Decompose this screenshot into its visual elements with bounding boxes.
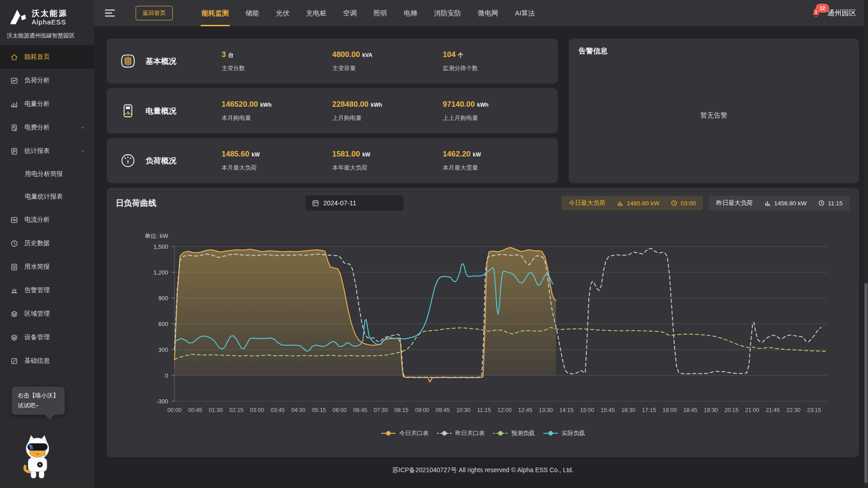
x-tick-label: 09:00 xyxy=(415,407,429,413)
metric: 1462.20 kW 本月最大需量 xyxy=(443,150,553,172)
tab-storage[interactable]: 储能 xyxy=(245,0,260,26)
sidebar-item-label: 基础信息 xyxy=(24,357,50,365)
sidebar-item-icon xyxy=(10,310,19,318)
metric-value: 146520.00 xyxy=(222,100,258,109)
metric-value: 97140.00 xyxy=(443,100,475,109)
sidebar-item-history-data[interactable]: 历史数据 xyxy=(0,232,94,255)
sidebar-item-device-management[interactable]: 设备管理 xyxy=(0,326,94,349)
x-tick-label: 12:45 xyxy=(518,407,532,413)
today-max-label: 今日最大负荷 xyxy=(569,199,605,207)
tab-microgrid[interactable]: 微电网 xyxy=(477,0,499,26)
x-tick-label: 17:15 xyxy=(642,407,656,413)
x-tick-label: 18:00 xyxy=(663,407,677,413)
basic-overview-card: 基本概况 3 台 主变台数 xyxy=(107,38,558,84)
metric-value: 3 xyxy=(222,50,226,59)
notification-bell-icon[interactable]: 12 xyxy=(810,7,822,19)
sidebar-nav: 能耗首页 负荷分析 电量分析 电费分析 统计报表 xyxy=(0,45,94,488)
sidebar-item-statistics-report[interactable]: 统计报表 xyxy=(0,139,94,163)
app-window: 沃太能源 AlphaESS 沃太能源通州低碳智慧园区 能耗首页 负荷分析 电量分… xyxy=(0,0,868,488)
overview-cards: 基本概况 3 台 主变台数 xyxy=(107,38,558,183)
sidebar-item-alarm-management[interactable]: 告警管理 xyxy=(0,279,94,302)
card-title: 基本概况 xyxy=(146,56,176,66)
sidebar-item-basic-info[interactable]: 基础信息 xyxy=(0,349,94,373)
tab-ai-algorithm[interactable]: AI算法 xyxy=(514,0,536,26)
mascot-cat-image[interactable] xyxy=(19,433,56,483)
chevron-down-icon xyxy=(80,124,86,131)
legend-item-today-gateway[interactable]: 今日关口表 xyxy=(381,429,429,437)
alphaess-logo-icon xyxy=(7,7,27,28)
x-tick-label: 14:15 xyxy=(559,407,573,413)
sidebar-item-current-analysis[interactable]: 电流分析 xyxy=(0,208,94,232)
metric: 104 个 监测分路个数 xyxy=(443,50,553,72)
tab-lighting[interactable]: 照明 xyxy=(373,0,388,26)
series-area-today-gateway xyxy=(175,247,556,382)
legend-label: 今日关口表 xyxy=(399,429,429,437)
metric-label: 本月最大需量 xyxy=(443,164,553,172)
metric-label: 本年最大负荷 xyxy=(332,164,443,172)
scrollbar-thumb[interactable] xyxy=(864,283,868,483)
sidebar-item-load-analysis[interactable]: 负荷分析 xyxy=(0,69,94,92)
sidebar-item-icon xyxy=(10,100,19,109)
sidebar-item-label: 电量统计报表 xyxy=(25,193,63,201)
x-tick-label: 03:45 xyxy=(271,407,285,413)
tab-label: 充电桩 xyxy=(306,9,326,18)
x-tick-label: 23:15 xyxy=(807,407,821,413)
sidebar-item-label: 区域管理 xyxy=(24,310,50,318)
topbar: 返回首页 能耗监测 储能 光伏 充电桩 空调 照明 xyxy=(94,0,868,26)
legend-item-yesterday-gateway[interactable]: 昨日关口表 xyxy=(437,429,485,437)
x-tick-label: 08:15 xyxy=(394,407,408,413)
meter-icon xyxy=(118,101,137,120)
sidebar-item-energy-home[interactable]: 能耗首页 xyxy=(0,45,94,69)
metric-value: 104 xyxy=(443,50,455,59)
mascot-tooltip[interactable]: 右击【喵小沃】 试试吧~ xyxy=(12,387,65,415)
x-tick-label: 21:00 xyxy=(745,407,759,413)
metric-label: 主变台数 xyxy=(222,64,332,72)
park-subtitle: 沃太能源通州低碳智慧园区 xyxy=(0,29,94,45)
legend-marker-icon xyxy=(493,431,508,436)
sidebar-item-label: 电流分析 xyxy=(24,216,50,224)
tab-elevator[interactable]: 电梯 xyxy=(403,0,418,26)
tab-fire-security[interactable]: 消防安防 xyxy=(433,0,462,26)
metric-unit: 台 xyxy=(228,52,233,59)
tab-label: 储能 xyxy=(245,9,259,18)
sidebar-item-icon xyxy=(10,263,19,271)
sidebar: 沃太能源 AlphaESS 沃太能源通州低碳智慧园区 能耗首页 负荷分析 电量分… xyxy=(0,0,94,488)
sidebar-item-tariff-analysis[interactable]: 电费分析 xyxy=(0,116,94,139)
x-tick-label: 05:15 xyxy=(312,407,326,413)
card-title: 负荷概况 xyxy=(146,156,176,166)
metric: 1485.60 kW 本月最大负荷 xyxy=(222,150,332,172)
metric: 1581.00 kW 本年最大负荷 xyxy=(332,150,443,172)
date-picker[interactable]: 2024-07-11 xyxy=(306,195,403,211)
legend-item-actual-load[interactable]: 实际负载 xyxy=(543,429,585,437)
x-tick-label: 03:00 xyxy=(250,407,264,413)
tab-energy-monitoring[interactable]: 能耗监测 xyxy=(201,0,230,26)
metric-unit: kWh xyxy=(477,102,488,108)
sidebar-item-icon xyxy=(10,147,19,156)
sidebar-item-energy-statistics-report[interactable]: 电量统计报表 xyxy=(0,185,94,208)
sidebar-item-icon xyxy=(10,53,19,62)
hamburger-menu-icon[interactable] xyxy=(105,9,116,17)
mascot-tooltip-line2: 试试吧~ xyxy=(18,401,59,411)
metric: 146520.00 kWh 本月购电量 xyxy=(222,100,332,122)
tab-charging-pile[interactable]: 充电桩 xyxy=(305,0,327,26)
tab-label: 光伏 xyxy=(276,9,289,18)
sidebar-item-energy-analysis[interactable]: 电量分析 xyxy=(0,92,94,116)
metric-unit: kWh xyxy=(371,102,382,108)
back-home-button[interactable]: 返回首页 xyxy=(136,6,173,20)
sidebar-item-power-analysis-brief[interactable]: 用电分析简报 xyxy=(0,163,94,185)
legend-item-forecast-load[interactable]: 预测负载 xyxy=(493,429,535,437)
card-title: 电量概况 xyxy=(146,106,176,116)
metric-label: 本月最大负荷 xyxy=(222,164,332,172)
sidebar-item-water-brief[interactable]: 用水简报 xyxy=(0,255,94,279)
metric-unit: kW xyxy=(473,152,481,158)
x-tick-label: 06:45 xyxy=(353,407,367,413)
tab-pv[interactable]: 光伏 xyxy=(275,0,290,26)
legend-label: 预测负载 xyxy=(511,429,535,437)
transformer-icon xyxy=(118,52,137,71)
metric-label: 上上月购电量 xyxy=(443,114,553,122)
chevron-up-icon xyxy=(80,148,86,154)
sidebar-item-icon xyxy=(10,239,19,248)
page-scrollbar[interactable] xyxy=(864,0,868,488)
sidebar-item-area-management[interactable]: 区域管理 xyxy=(0,302,94,326)
tab-hvac[interactable]: 空调 xyxy=(342,0,358,26)
